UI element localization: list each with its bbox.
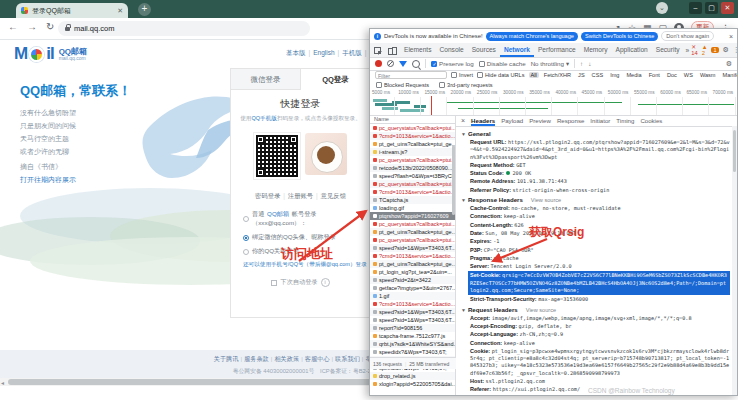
- detail-tab-preview[interactable]: Preview: [529, 115, 551, 126]
- login-note-link[interactable]: 还可以使用手机号/QQ号（带后缀@qq.com）登录: [243, 261, 370, 269]
- filter-pill[interactable]: Media: [624, 72, 643, 78]
- infobar-close-icon[interactable]: ×: [729, 33, 733, 40]
- detail-tab-cookies[interactable]: Cookies: [640, 115, 662, 126]
- filter-pill[interactable]: Doc: [665, 72, 679, 78]
- radio-icon[interactable]: [243, 216, 249, 222]
- hide-data-urls-checkbox[interactable]: Hide data URLs: [477, 72, 525, 78]
- detail-close-icon[interactable]: ×: [461, 117, 465, 124]
- view-source-link[interactable]: View source: [531, 197, 561, 203]
- forward-icon[interactable]: →: [27, 21, 37, 32]
- device-toolbar-icon[interactable]: [388, 46, 397, 55]
- devtools-tab-console[interactable]: Console: [436, 43, 468, 57]
- tab-close-icon[interactable]: ✕: [117, 7, 123, 15]
- request-row[interactable]: pc_querystatus?callback=ptui...: [370, 180, 455, 188]
- more-tabs-icon[interactable]: »: [684, 47, 692, 54]
- footer-link[interactable]: 关于腾讯: [214, 355, 239, 362]
- login-option[interactable]: 绑定微信的QQ头像、昵称登录: [243, 233, 370, 242]
- record-icon[interactable]: [375, 60, 382, 67]
- request-row[interactable]: i-stream.js?: [370, 148, 455, 156]
- padlock-icon[interactable]: [65, 27, 70, 31]
- filter-pill[interactable]: JS: [576, 72, 587, 78]
- back-icon[interactable]: ←: [8, 21, 18, 32]
- throttling-select[interactable]: No throttling ▾: [531, 60, 569, 67]
- search-icon[interactable]: [412, 60, 420, 68]
- filter-input[interactable]: Filter: [375, 71, 447, 79]
- info-icon[interactable]: i: [321, 278, 330, 287]
- request-row[interactable]: drop_related.js: [370, 372, 455, 380]
- qqmail-logo[interactable]: M il QQ邮箱 mail.qq.com: [14, 44, 87, 64]
- address-bar[interactable]: mail.qq.com: [58, 21, 310, 36]
- login-alt-link[interactable]: 密码登录: [255, 192, 280, 199]
- detail-tab-initiator[interactable]: Initiator: [590, 115, 610, 126]
- warning-count-badge[interactable]: ▲ 2: [702, 44, 708, 56]
- login-alt-link[interactable]: 意见反馈: [321, 192, 346, 199]
- devtools-tab-elements[interactable]: Elements: [400, 43, 436, 57]
- error-count-badge[interactable]: ✕ 14: [691, 44, 697, 56]
- detail-tab-payload[interactable]: Payload: [501, 115, 523, 126]
- request-row[interactable]: pc_querystatus?callback=ptui...: [370, 156, 455, 164]
- devtools-settings-icon[interactable]: ⚙: [723, 46, 729, 54]
- minimize-button[interactable]: –: [689, 2, 702, 14]
- request-row[interactable]: pt_login_sig?pt_tea=2&uin=...: [370, 268, 455, 276]
- request-row[interactable]: speed?flash=0&Wps=t3BRyCb...: [370, 172, 455, 180]
- reload-icon[interactable]: ↻: [46, 21, 54, 32]
- request-row[interactable]: pc_querystatus?callback=ptui...: [370, 236, 455, 244]
- auto-login-checkbox[interactable]: [271, 280, 277, 286]
- request-row[interactable]: 1.gif: [370, 292, 455, 300]
- request-row[interactable]: getface?imgtype=3&uin=2767...: [370, 284, 455, 292]
- filter-funnel-icon[interactable]: [399, 61, 407, 67]
- request-row[interactable]: ?cmd=1013&service=1&actio...: [370, 188, 455, 196]
- devtools-tab-performance[interactable]: Performance: [534, 43, 580, 57]
- match-language-button[interactable]: Always match Chrome's language: [486, 32, 578, 41]
- footer-link[interactable]: 联系我们: [335, 355, 360, 362]
- view-source-link[interactable]: View source: [526, 307, 556, 313]
- request-row[interactable]: qrbt.js?sdk=1&WhiteSYS&and...: [370, 340, 455, 348]
- blocked-requests-checkbox[interactable]: Blocked Requests: [376, 82, 429, 88]
- footer-link[interactable]: 服务条款: [244, 355, 269, 362]
- disable-cache-toggle[interactable]: Disable cache: [479, 60, 526, 67]
- devtools-menu-icon[interactable]: ⋮: [733, 46, 738, 54]
- import-har-icon[interactable]: ↑: [580, 60, 583, 67]
- footer-link[interactable]: 客服中心: [305, 355, 330, 362]
- filter-pill[interactable]: Img: [608, 72, 621, 78]
- profile-chevron-icon[interactable]: ⌄: [656, 2, 668, 14]
- login-tab-wechat[interactable]: 微信登录: [231, 69, 300, 90]
- devtools-tab-security[interactable]: Security: [652, 43, 684, 57]
- request-row[interactable]: retcode/513b/2022/0508090...: [370, 164, 455, 172]
- maximize-button[interactable]: ▢: [705, 2, 718, 14]
- detail-tab-response[interactable]: Response: [557, 115, 584, 126]
- radio-icon[interactable]: [243, 249, 249, 255]
- request-row[interactable]: ptqrshow?appid=716027609: [370, 212, 455, 220]
- request-row[interactable]: tcapcha-frame.7512c977.js: [370, 332, 455, 340]
- nav-link[interactable]: English: [313, 49, 334, 56]
- devtools-tab-memory[interactable]: Memory: [580, 43, 612, 57]
- request-row[interactable]: speed?sid=1&Wps=T3403,6T...: [370, 316, 455, 324]
- request-row[interactable]: xlogin?appid=522005705&dai...: [370, 380, 455, 388]
- filter-pill[interactable]: Font: [647, 72, 662, 78]
- request-row[interactable]: pt_get_uins?callback=ptui_ge...: [370, 140, 455, 148]
- invert-checkbox[interactable]: Invert: [451, 72, 473, 78]
- request-row[interactable]: pt_get_uins?callback=ptui_ge...: [370, 228, 455, 236]
- inspect-element-icon[interactable]: [373, 46, 382, 55]
- request-row[interactable]: pc_querystatus?callback=ptui...: [370, 124, 455, 132]
- request-list-scrollbar[interactable]: [452, 145, 455, 215]
- footer-link[interactable]: 相关政策: [274, 355, 299, 362]
- scroll-left-icon[interactable]: ◂: [1, 379, 4, 386]
- detail-scrollbar[interactable]: [732, 126, 737, 395]
- login-option[interactable]: 普通 QQ邮箱 帐号登录（xxx@qq.com）：: [243, 210, 370, 228]
- request-row[interactable]: ?cmd=1013&service=1&actio...: [370, 252, 455, 260]
- devtools-tab-sources[interactable]: Sources: [468, 43, 500, 57]
- network-settings-icon[interactable]: ⚙: [726, 60, 732, 68]
- browser-tab[interactable]: 登录QQ邮箱 ✕: [16, 3, 128, 18]
- request-row[interactable]: speed?sid=2&t=3422: [370, 276, 455, 284]
- request-row[interactable]: pc_querystatus?callback=ptui...: [370, 220, 455, 228]
- filter-pill[interactable]: Fetch/XHR: [542, 72, 573, 78]
- request-row[interactable]: ?cmd=1013&service=1&actio...: [370, 300, 455, 308]
- filter-pill[interactable]: CSS: [590, 72, 606, 78]
- request-list-header[interactable]: Name: [370, 115, 455, 124]
- switch-chinese-button[interactable]: Switch DevTools to Chinese: [581, 32, 658, 41]
- request-row[interactable]: ?cmd=1013&service=1&actio...: [370, 132, 455, 140]
- request-headers-section-header[interactable]: ▼Request HeadersView source: [461, 306, 730, 313]
- response-headers-section-header[interactable]: ▼Response HeadersView source: [461, 196, 730, 203]
- clear-icon[interactable]: [387, 60, 394, 67]
